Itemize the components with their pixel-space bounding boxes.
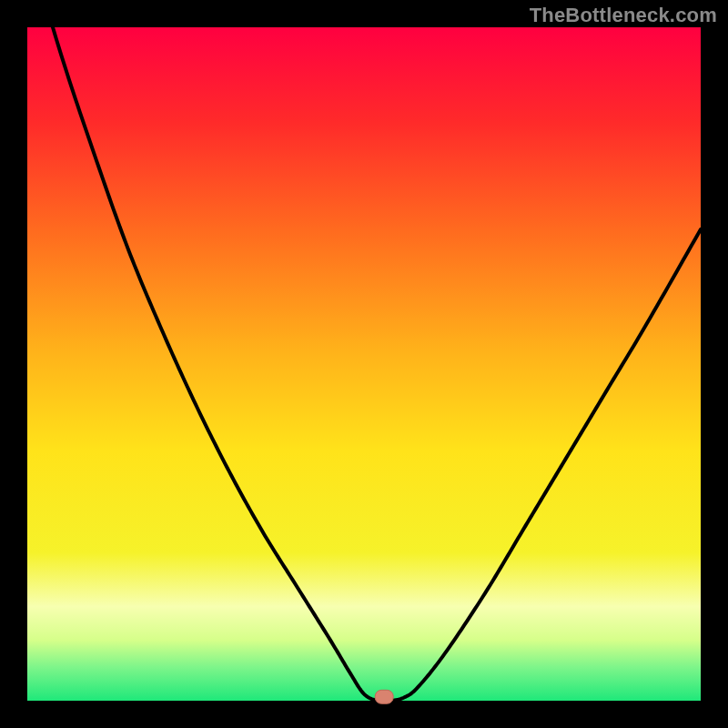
optimal-marker — [375, 690, 393, 703]
bottleneck-chart — [0, 0, 728, 728]
attribution-label: TheBottleneck.com — [530, 4, 717, 27]
chart-frame: TheBottleneck.com — [0, 0, 728, 728]
gradient-plot-area — [27, 27, 701, 701]
marker-group — [375, 690, 393, 703]
